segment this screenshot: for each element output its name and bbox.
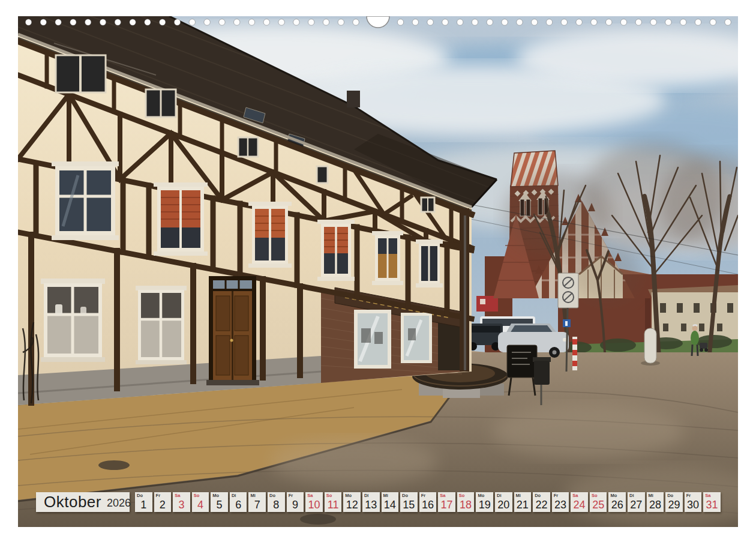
binding-hole bbox=[189, 19, 195, 25]
day-cell: Sa3 bbox=[173, 492, 190, 512]
binding-hole bbox=[85, 19, 91, 25]
day-cell: Mi14 bbox=[382, 492, 399, 512]
manhole-cover bbox=[98, 460, 130, 470]
entrance-door bbox=[206, 276, 259, 385]
striped-barrier-pole bbox=[572, 337, 577, 370]
day-cell: Sa17 bbox=[438, 492, 455, 512]
day-number: 10 bbox=[305, 499, 323, 511]
day-number: 6 bbox=[230, 499, 247, 511]
day-cell: Sa31 bbox=[703, 492, 721, 512]
day-number: 30 bbox=[685, 499, 702, 511]
day-cell: Fr30 bbox=[685, 492, 702, 512]
day-cell: Sa10 bbox=[305, 492, 323, 512]
binding-hole bbox=[517, 19, 523, 25]
binding-hole bbox=[442, 19, 448, 25]
day-number: 25 bbox=[590, 499, 607, 511]
day-cell: So18 bbox=[457, 492, 475, 512]
weekday-label: Do bbox=[402, 493, 408, 498]
binding-hole bbox=[650, 19, 656, 25]
binding-hole bbox=[665, 19, 671, 25]
day-cell: Di27 bbox=[628, 492, 645, 512]
day-number: 20 bbox=[495, 499, 512, 511]
binding-hole bbox=[353, 19, 359, 25]
day-number: 4 bbox=[192, 499, 209, 511]
day-number: 27 bbox=[628, 499, 645, 511]
day-cell: So4 bbox=[192, 492, 209, 512]
shop-window bbox=[354, 310, 391, 369]
binding-hole bbox=[576, 19, 582, 25]
binding-hole bbox=[427, 19, 433, 25]
weekday-label: Fr bbox=[289, 493, 293, 498]
weekday-label: Sa bbox=[705, 493, 710, 498]
binding-hole bbox=[263, 19, 269, 25]
day-number: 13 bbox=[362, 499, 380, 511]
binding-hole bbox=[695, 19, 701, 25]
day-cell: Sa24 bbox=[571, 492, 588, 512]
day-number: 3 bbox=[173, 499, 190, 511]
binding-hole bbox=[293, 19, 299, 25]
weekday-label: Mo bbox=[478, 493, 484, 498]
day-cell: Fr9 bbox=[287, 492, 304, 512]
day-number: 17 bbox=[438, 499, 455, 511]
binding-hole bbox=[308, 19, 314, 25]
day-cell: Fr2 bbox=[154, 492, 172, 512]
weekday-label: Mi bbox=[516, 493, 521, 498]
weekday-label: Mo bbox=[345, 493, 352, 498]
weekday-label: Mi bbox=[649, 493, 653, 498]
binding-hole bbox=[412, 19, 418, 25]
weekday-label: Do bbox=[667, 493, 673, 498]
binding-hole bbox=[620, 19, 626, 25]
day-number: 7 bbox=[248, 499, 266, 511]
day-cell: Mo12 bbox=[343, 492, 361, 512]
day-cell: Mi7 bbox=[248, 492, 266, 512]
binding-hole bbox=[234, 19, 240, 25]
binding-hole bbox=[160, 19, 166, 25]
day-cell: Mo26 bbox=[608, 492, 626, 512]
weekday-label: Fr bbox=[554, 493, 559, 498]
weekday-label: Sa bbox=[175, 493, 180, 498]
day-number: 2 bbox=[154, 499, 172, 511]
day-cell: Mi28 bbox=[647, 492, 664, 512]
weekday-label: Di bbox=[364, 493, 369, 498]
day-number: 26 bbox=[608, 499, 626, 511]
weekday-label: So bbox=[459, 493, 465, 498]
day-cell: Do15 bbox=[400, 492, 418, 512]
weekday-label: Sa bbox=[440, 493, 445, 498]
day-number: 16 bbox=[419, 499, 437, 511]
day-cell: Di20 bbox=[495, 492, 512, 512]
day-cell: Mi21 bbox=[514, 492, 532, 512]
day-cell: Di13 bbox=[362, 492, 380, 512]
weekday-label: Fr bbox=[686, 493, 691, 498]
parking-sign bbox=[563, 319, 571, 327]
binding-hole bbox=[204, 19, 210, 25]
weekday-label: So bbox=[194, 493, 200, 498]
day-number: 5 bbox=[211, 499, 228, 511]
binding-hole bbox=[70, 19, 76, 25]
binding-hole bbox=[25, 19, 31, 25]
day-cell: Do8 bbox=[268, 492, 285, 512]
shop-window bbox=[401, 313, 432, 363]
binding-hole bbox=[725, 19, 731, 25]
binding-hole bbox=[710, 19, 716, 25]
day-number: 9 bbox=[287, 499, 304, 511]
month-label: Oktober bbox=[44, 493, 101, 511]
weekday-label: Mi bbox=[250, 493, 255, 498]
day-cell: Do22 bbox=[533, 492, 550, 512]
binding-hole bbox=[472, 19, 478, 25]
weekday-label: Mi bbox=[383, 493, 388, 498]
day-cell: Mo5 bbox=[211, 492, 228, 512]
doorstep bbox=[206, 380, 259, 385]
calendar-photo bbox=[18, 16, 738, 527]
day-number: 8 bbox=[268, 499, 285, 511]
weekday-label: Do bbox=[269, 493, 275, 498]
weekday-label: Sa bbox=[572, 493, 578, 498]
day-number: 21 bbox=[514, 499, 532, 511]
binding-hole bbox=[487, 19, 493, 25]
binding-hole bbox=[115, 19, 121, 25]
day-number: 1 bbox=[135, 499, 152, 511]
weekday-label: Mo bbox=[212, 493, 219, 498]
weekday-label: Di bbox=[629, 493, 634, 498]
binding-hole bbox=[680, 19, 686, 25]
binding-hole bbox=[635, 19, 641, 25]
binding-hole bbox=[338, 19, 344, 25]
